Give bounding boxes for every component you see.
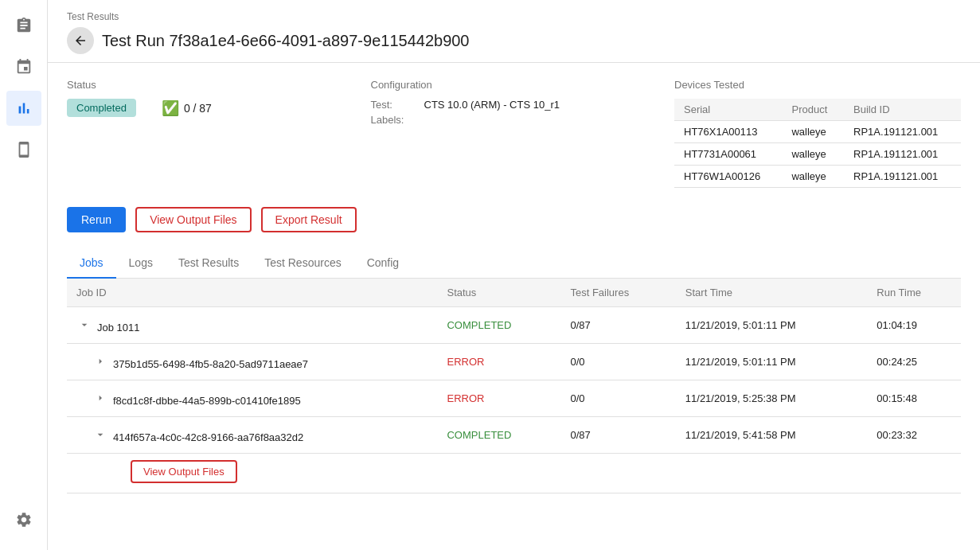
col-status: Status (437, 279, 560, 307)
config-section: Configuration Test: CTS 10.0 (ARM) - CTS… (371, 79, 643, 129)
job-run-time-cell: 01:04:19 (867, 307, 961, 344)
job-start-time-cell: 11/21/2019, 5:01:11 PM (676, 344, 868, 380)
inline-view-output-button[interactable]: View Output Files (131, 460, 237, 483)
expand-button[interactable] (92, 390, 108, 406)
devices-section: Devices Tested Serial Product Build ID H… (674, 79, 961, 188)
table-row: f8cd1c8f-dbbe-44a5-899b-c01410fe1895 ERR… (67, 380, 961, 417)
status-section: Status Completed ✅ 0 / 87 (67, 79, 339, 117)
devices-col-serial: Serial (674, 99, 782, 121)
tab-test-results[interactable]: Test Results (166, 248, 252, 279)
sidebar (0, 0, 48, 550)
content-area: Status Completed ✅ 0 / 87 Configuration … (48, 63, 980, 550)
tabs-bar: Jobs Logs Test Results Test Resources Co… (67, 248, 961, 279)
device-build-id: RP1A.191121.001 (844, 143, 961, 166)
tab-jobs[interactable]: Jobs (67, 248, 116, 279)
devices-row: HT76W1A00126 walleye RP1A.191121.001 (674, 166, 961, 188)
job-failures-cell: 0/0 (560, 380, 675, 417)
actions-row: Rerun View Output Files Export Result (67, 207, 961, 232)
job-start-time-cell: 11/21/2019, 5:01:11 PM (676, 307, 868, 344)
devices-col-buildid: Build ID (844, 99, 961, 121)
check-circle-icon: ✅ (162, 99, 179, 117)
job-run-time-cell: 00:24:25 (867, 344, 961, 380)
jobs-table: Job ID Status Test Failures Start Time R… (67, 279, 961, 493)
chart-icon (15, 99, 33, 117)
device-serial: HT76W1A00126 (674, 166, 782, 188)
config-key-labels: Labels: (371, 114, 415, 126)
job-start-time-cell: 11/21/2019, 5:41:58 PM (676, 417, 868, 454)
inline-view-output-cell: View Output Files (67, 454, 961, 493)
job-status-cell: ERROR (437, 344, 560, 380)
tab-logs[interactable]: Logs (116, 248, 166, 279)
sidebar-item-tasks[interactable] (6, 8, 41, 43)
back-button[interactable] (67, 27, 94, 54)
export-result-button[interactable]: Export Result (261, 207, 357, 232)
device-product: walleye (782, 121, 844, 143)
status-label: Status (67, 79, 339, 91)
job-id-cell: 375b1d55-6498-4fb5-8a20-5ad9711aeae7 (67, 344, 437, 380)
sidebar-item-analytics[interactable] (6, 91, 41, 126)
info-row: Status Completed ✅ 0 / 87 Configuration … (67, 79, 961, 188)
config-label: Configuration (371, 79, 643, 91)
col-test-failures: Test Failures (560, 279, 675, 307)
tab-test-resources[interactable]: Test Resources (252, 248, 353, 279)
config-key-test: Test: (371, 99, 415, 111)
gear-icon (15, 511, 33, 529)
devices-col-product: Product (782, 99, 844, 121)
sidebar-item-schedule[interactable] (6, 49, 41, 84)
job-id-cell: 414f657a-4c0c-42c8-9166-aa76f8aa32d2 (67, 417, 437, 454)
calendar-icon (15, 58, 33, 76)
devices-label: Devices Tested (674, 79, 961, 91)
back-arrow-icon (73, 33, 88, 48)
clipboard-icon (15, 17, 33, 34)
job-status-cell: ERROR (437, 380, 560, 417)
job-failures-cell: 0/0 (560, 344, 675, 380)
device-serial: HT76X1A00113 (674, 121, 782, 143)
job-run-time-cell: 00:15:48 (867, 380, 961, 417)
main-content: Test Results Test Run 7f38a1e4-6e66-4091… (48, 0, 980, 550)
job-id-cell: f8cd1c8f-dbbe-44a5-899b-c01410fe1895 (67, 380, 437, 417)
breadcrumb: Test Results (67, 11, 961, 22)
sidebar-item-devices[interactable] (6, 132, 41, 167)
config-row-test: Test: CTS 10.0 (ARM) - CTS 10_r1 (371, 99, 643, 111)
job-failures-cell: 0/87 (560, 417, 675, 454)
table-row: Job 1011 COMPLETED 0/87 11/21/2019, 5:01… (67, 307, 961, 344)
job-id-cell: Job 1011 (67, 307, 437, 344)
col-run-time: Run Time (867, 279, 961, 307)
sidebar-item-settings[interactable] (6, 502, 41, 537)
device-serial: HT7731A00061 (674, 143, 782, 166)
page-title: Test Run 7f38a1e4-6e66-4091-a897-9e11544… (102, 32, 470, 50)
device-build-id: RP1A.191121.001 (844, 121, 961, 143)
tab-config[interactable]: Config (354, 248, 412, 279)
rerun-button[interactable]: Rerun (67, 207, 126, 232)
col-start-time: Start Time (676, 279, 868, 307)
header: Test Results Test Run 7f38a1e4-6e66-4091… (48, 0, 980, 63)
job-failures-cell: 0/87 (560, 307, 675, 344)
table-row: 375b1d55-6498-4fb5-8a20-5ad9711aeae7 ERR… (67, 344, 961, 380)
phone-icon (15, 141, 33, 158)
table-row: 414f657a-4c0c-42c8-9166-aa76f8aa32d2 COM… (67, 417, 961, 454)
col-job-id: Job ID (67, 279, 437, 307)
config-val-test: CTS 10.0 (ARM) - CTS 10_r1 (424, 99, 560, 111)
view-output-row: View Output Files (67, 454, 961, 493)
job-status-cell: COMPLETED (437, 417, 560, 454)
collapse-button[interactable] (92, 427, 108, 443)
devices-row: HT76X1A00113 walleye RP1A.191121.001 (674, 121, 961, 143)
config-row-labels: Labels: (371, 114, 643, 126)
job-status-cell: COMPLETED (437, 307, 560, 344)
job-start-time-cell: 11/21/2019, 5:25:38 PM (676, 380, 868, 417)
job-run-time-cell: 00:23:32 (867, 417, 961, 454)
view-output-files-button[interactable]: View Output Files (135, 207, 251, 232)
device-build-id: RP1A.191121.001 (844, 166, 961, 188)
devices-row: HT7731A00061 walleye RP1A.191121.001 (674, 143, 961, 166)
status-badge: Completed (67, 99, 136, 117)
config-table: Test: CTS 10.0 (ARM) - CTS 10_r1 Labels: (371, 99, 643, 126)
device-product: walleye (782, 143, 844, 166)
devices-table: Serial Product Build ID HT76X1A00113 wal… (674, 99, 961, 188)
pass-count: ✅ 0 / 87 (162, 99, 212, 117)
device-product: walleye (782, 166, 844, 188)
expand-button[interactable] (92, 353, 108, 369)
collapse-button[interactable] (76, 317, 92, 333)
